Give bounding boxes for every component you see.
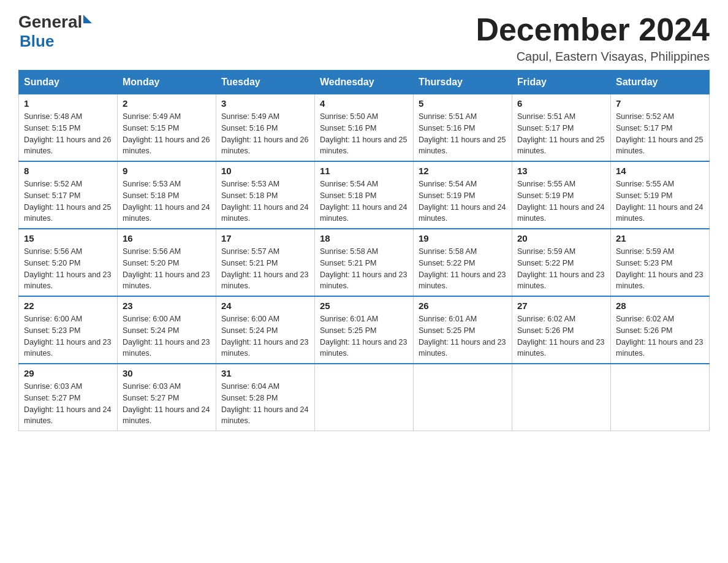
calendar-day-cell: 5 Sunrise: 5:51 AMSunset: 5:16 PMDayligh… [414,94,512,162]
weekday-header-tuesday: Tuesday [216,71,315,94]
calendar-day-cell: 15 Sunrise: 5:56 AMSunset: 5:20 PMDaylig… [19,229,118,296]
calendar-week-row: 29 Sunrise: 6:03 AMSunset: 5:27 PMDaylig… [19,364,710,431]
calendar-day-cell: 20 Sunrise: 5:59 AMSunset: 5:22 PMDaylig… [512,229,611,296]
calendar-day-cell [512,364,611,431]
day-number: 17 [221,233,309,243]
calendar-week-row: 15 Sunrise: 5:56 AMSunset: 5:20 PMDaylig… [19,229,710,296]
day-number: 4 [320,98,408,109]
day-number: 12 [419,166,507,176]
day-number: 3 [221,98,309,109]
calendar-day-cell: 27 Sunrise: 6:02 AMSunset: 5:26 PMDaylig… [512,296,611,364]
day-number: 31 [221,368,309,378]
day-info: Sunrise: 5:59 AMSunset: 5:23 PMDaylight:… [616,247,703,290]
calendar-day-cell: 13 Sunrise: 5:55 AMSunset: 5:19 PMDaylig… [512,161,611,229]
day-number: 24 [221,301,309,311]
day-number: 20 [517,233,605,243]
day-number: 11 [320,166,408,176]
day-info: Sunrise: 6:02 AMSunset: 5:26 PMDaylight:… [616,315,703,358]
day-number: 5 [419,98,507,109]
calendar-table: SundayMondayTuesdayWednesdayThursdayFrid… [18,70,710,431]
calendar-day-cell: 3 Sunrise: 5:49 AMSunset: 5:16 PMDayligh… [216,94,315,162]
day-number: 21 [616,233,704,243]
calendar-day-cell: 11 Sunrise: 5:54 AMSunset: 5:18 PMDaylig… [315,161,414,229]
day-info: Sunrise: 5:55 AMSunset: 5:19 PMDaylight:… [616,180,703,223]
day-info: Sunrise: 5:54 AMSunset: 5:18 PMDaylight:… [320,180,407,223]
calendar-week-row: 8 Sunrise: 5:52 AMSunset: 5:17 PMDayligh… [19,161,710,229]
weekday-header-thursday: Thursday [414,71,512,94]
day-info: Sunrise: 6:01 AMSunset: 5:25 PMDaylight:… [419,315,506,358]
calendar-day-cell: 21 Sunrise: 5:59 AMSunset: 5:23 PMDaylig… [611,229,710,296]
calendar-day-cell: 2 Sunrise: 5:49 AMSunset: 5:15 PMDayligh… [118,94,216,162]
day-info: Sunrise: 6:00 AMSunset: 5:24 PMDaylight:… [221,315,308,358]
calendar-day-cell: 22 Sunrise: 6:00 AMSunset: 5:23 PMDaylig… [19,296,118,364]
calendar-day-cell: 26 Sunrise: 6:01 AMSunset: 5:25 PMDaylig… [414,296,512,364]
day-number: 10 [221,166,309,176]
day-number: 25 [320,301,408,311]
day-info: Sunrise: 5:53 AMSunset: 5:18 PMDaylight:… [221,180,308,223]
day-number: 7 [616,98,704,109]
day-info: Sunrise: 5:59 AMSunset: 5:22 PMDaylight:… [517,247,604,290]
calendar-day-cell: 31 Sunrise: 6:04 AMSunset: 5:28 PMDaylig… [216,364,315,431]
day-number: 8 [24,166,112,176]
day-number: 29 [24,368,112,378]
logo-general-text: General [18,12,82,32]
calendar-day-cell: 17 Sunrise: 5:57 AMSunset: 5:21 PMDaylig… [216,229,315,296]
calendar-day-cell: 29 Sunrise: 6:03 AMSunset: 5:27 PMDaylig… [19,364,118,431]
calendar-day-cell [315,364,414,431]
calendar-day-cell: 25 Sunrise: 6:01 AMSunset: 5:25 PMDaylig… [315,296,414,364]
calendar-day-cell: 4 Sunrise: 5:50 AMSunset: 5:16 PMDayligh… [315,94,414,162]
calendar-day-cell: 10 Sunrise: 5:53 AMSunset: 5:18 PMDaylig… [216,161,315,229]
weekday-header-wednesday: Wednesday [315,71,414,94]
calendar-day-cell: 12 Sunrise: 5:54 AMSunset: 5:19 PMDaylig… [414,161,512,229]
calendar-day-cell: 24 Sunrise: 6:00 AMSunset: 5:24 PMDaylig… [216,296,315,364]
day-number: 26 [419,301,507,311]
day-info: Sunrise: 5:54 AMSunset: 5:19 PMDaylight:… [419,180,506,223]
day-number: 28 [616,301,704,311]
weekday-header-friday: Friday [512,71,611,94]
calendar-day-cell: 16 Sunrise: 5:56 AMSunset: 5:20 PMDaylig… [118,229,216,296]
day-info: Sunrise: 5:49 AMSunset: 5:16 PMDaylight:… [221,112,308,155]
day-info: Sunrise: 5:55 AMSunset: 5:19 PMDaylight:… [517,180,604,223]
day-number: 19 [419,233,507,243]
day-info: Sunrise: 6:00 AMSunset: 5:23 PMDaylight:… [24,315,111,358]
day-number: 22 [24,301,112,311]
day-info: Sunrise: 5:53 AMSunset: 5:18 PMDaylight:… [123,180,210,223]
calendar-day-cell: 9 Sunrise: 5:53 AMSunset: 5:18 PMDayligh… [118,161,216,229]
day-number: 18 [320,233,408,243]
calendar-day-cell: 8 Sunrise: 5:52 AMSunset: 5:17 PMDayligh… [19,161,118,229]
day-number: 16 [123,233,211,243]
page-header: General Blue December 2024 Capul, Easter… [18,12,710,64]
calendar-day-cell: 1 Sunrise: 5:48 AMSunset: 5:15 PMDayligh… [19,94,118,162]
day-info: Sunrise: 5:52 AMSunset: 5:17 PMDaylight:… [616,112,703,155]
calendar-day-cell [414,364,512,431]
day-number: 9 [123,166,211,176]
day-info: Sunrise: 5:48 AMSunset: 5:15 PMDaylight:… [24,112,111,155]
calendar-day-cell: 28 Sunrise: 6:02 AMSunset: 5:26 PMDaylig… [611,296,710,364]
day-number: 15 [24,233,112,243]
day-info: Sunrise: 6:03 AMSunset: 5:27 PMDaylight:… [123,382,210,425]
day-info: Sunrise: 6:01 AMSunset: 5:25 PMDaylight:… [320,315,407,358]
day-info: Sunrise: 5:58 AMSunset: 5:21 PMDaylight:… [320,247,407,290]
calendar-day-cell: 19 Sunrise: 5:58 AMSunset: 5:22 PMDaylig… [414,229,512,296]
weekday-header-sunday: Sunday [19,71,118,94]
weekday-header-saturday: Saturday [611,71,710,94]
day-info: Sunrise: 5:56 AMSunset: 5:20 PMDaylight:… [24,247,111,290]
day-number: 2 [123,98,211,109]
weekday-header-monday: Monday [118,71,216,94]
calendar-header-row: SundayMondayTuesdayWednesdayThursdayFrid… [19,71,710,94]
day-info: Sunrise: 6:04 AMSunset: 5:28 PMDaylight:… [221,382,308,425]
title-block: December 2024 Capul, Eastern Visayas, Ph… [476,12,710,64]
day-number: 14 [616,166,704,176]
calendar-day-cell: 7 Sunrise: 5:52 AMSunset: 5:17 PMDayligh… [611,94,710,162]
day-info: Sunrise: 5:51 AMSunset: 5:17 PMDaylight:… [517,112,604,155]
day-number: 13 [517,166,605,176]
calendar-day-cell: 23 Sunrise: 6:00 AMSunset: 5:24 PMDaylig… [118,296,216,364]
day-number: 27 [517,301,605,311]
month-title: December 2024 [476,12,710,47]
day-info: Sunrise: 5:50 AMSunset: 5:16 PMDaylight:… [320,112,407,155]
day-number: 1 [24,98,112,109]
logo-blue-text: Blue [20,32,92,51]
calendar-day-cell [611,364,710,431]
day-info: Sunrise: 6:00 AMSunset: 5:24 PMDaylight:… [123,315,210,358]
location-title: Capul, Eastern Visayas, Philippines [476,50,710,64]
